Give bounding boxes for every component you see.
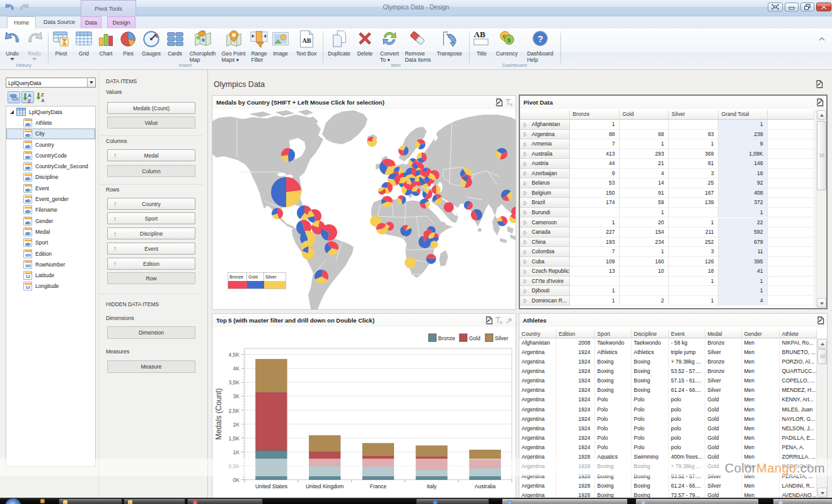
athletes-column-header-medal[interactable]: Medal xyxy=(705,329,742,338)
bar-segment-silver[interactable] xyxy=(255,358,287,392)
tree-root[interactable]: LplQueryData xyxy=(6,106,95,117)
pivot-scrollbar[interactable] xyxy=(816,110,826,308)
pivot-row-header[interactable]: Brazil xyxy=(520,198,570,208)
data-item-measure[interactable]: Measure xyxy=(107,360,195,373)
athletes-column-header-country[interactable]: Country xyxy=(519,329,557,338)
redo-button[interactable]: Redo xyxy=(23,30,45,60)
expand-row-icon[interactable] xyxy=(524,210,527,214)
tree-expand-icon[interactable] xyxy=(9,110,14,115)
bar-segment-bronze[interactable] xyxy=(470,468,501,479)
athletes-column-header-event[interactable]: Event xyxy=(669,329,705,338)
map-pie-slice[interactable] xyxy=(381,182,387,188)
bar-segment-gold[interactable] xyxy=(416,456,448,469)
pivot-row-header[interactable]: China xyxy=(520,238,570,248)
tree-field-filename[interactable]: abFilename xyxy=(6,205,95,215)
taskbar-tray-icon[interactable] xyxy=(40,499,45,503)
bar-segment-gold[interactable] xyxy=(470,460,501,468)
pivot-row-header[interactable]: Cuba xyxy=(520,257,570,267)
tree-field-rownumber[interactable]: 123RowNumber xyxy=(6,259,95,270)
title-button[interactable]: AB Title xyxy=(472,30,491,57)
currency-button[interactable]: €$ Currency xyxy=(492,30,521,57)
map-export-icon[interactable] xyxy=(495,98,503,106)
tree-field-edition[interactable]: 123Edition xyxy=(6,248,95,259)
taskbar-button[interactable] xyxy=(124,498,185,504)
duplicate-button[interactable]: Duplicate xyxy=(323,30,355,57)
tree-field-medal[interactable]: abMedal xyxy=(6,226,95,237)
taskbar-button[interactable] xyxy=(502,498,628,504)
athletes-column-header-sport[interactable]: Sport xyxy=(595,329,632,338)
image-button[interactable]: Image xyxy=(269,30,292,57)
combo-dropdown-icon[interactable] xyxy=(87,78,95,87)
scroll-thumb[interactable] xyxy=(818,349,827,364)
athletes-column-header-gender[interactable]: Gender xyxy=(742,329,780,338)
convert-to-button[interactable]: Convert To ▾ xyxy=(376,30,403,63)
pivot-row-header[interactable]: Colombia xyxy=(520,247,570,257)
expand-row-icon[interactable] xyxy=(524,171,527,175)
expand-row-icon[interactable] xyxy=(524,152,527,156)
bar-segment-silver[interactable] xyxy=(362,443,394,455)
dashboard-help-button[interactable]: ? Dashboard Help xyxy=(523,30,557,63)
data-item-column[interactable]: Column xyxy=(107,165,195,177)
expand-row-icon[interactable] xyxy=(524,270,527,273)
expand-row-icon[interactable] xyxy=(524,201,527,205)
pivot-row-header[interactable]: CГґte d'Ivoire xyxy=(520,277,570,287)
expand-row-icon[interactable] xyxy=(524,181,527,185)
map-pie[interactable] xyxy=(430,241,438,248)
bar-segment-bronze[interactable] xyxy=(416,469,448,479)
bar-segment-gold[interactable] xyxy=(255,392,287,450)
tree-field-event_gender[interactable]: abEvent_gender xyxy=(6,193,95,204)
tree-field-event[interactable]: abEvent xyxy=(6,183,95,193)
collapse-ribbon-icon[interactable] xyxy=(819,37,825,41)
pivot-row-header[interactable]: Afghanistan xyxy=(520,120,570,130)
minimize-button[interactable] xyxy=(785,3,799,11)
sort-az-button[interactable]: AZ xyxy=(21,91,34,103)
taskbar-button[interactable] xyxy=(773,498,832,504)
scroll-up-icon[interactable] xyxy=(817,110,826,120)
taskbar-button[interactable] xyxy=(187,498,263,504)
pivot-column-header[interactable] xyxy=(520,110,570,120)
athletes-table[interactable]: CountryEditionSportDisciplineEventMedalG… xyxy=(519,329,827,498)
scroll-thumb[interactable] xyxy=(817,121,826,190)
tree-field-country[interactable]: abCountry xyxy=(6,139,95,150)
athletes-column-header-edition[interactable]: Edition xyxy=(557,329,595,338)
data-item-sport[interactable]: ↑Sport xyxy=(107,212,195,224)
expand-row-icon[interactable] xyxy=(524,250,527,254)
expand-row-icon[interactable] xyxy=(524,289,527,293)
group-fields-button[interactable] xyxy=(8,91,20,103)
bar-segment-gold[interactable] xyxy=(362,455,394,466)
pivot-row-header[interactable]: Austria xyxy=(520,159,570,169)
bar-segment-silver[interactable] xyxy=(309,435,340,452)
chart-export-icon[interactable] xyxy=(485,316,493,324)
pivot-row-header[interactable]: Australia xyxy=(520,149,570,159)
scroll-down-icon[interactable] xyxy=(818,488,827,497)
scroll-down-icon[interactable] xyxy=(817,298,826,307)
taskbar-button[interactable] xyxy=(416,498,489,504)
taskbar[interactable] xyxy=(0,498,832,504)
bar-segment-silver[interactable] xyxy=(470,450,501,460)
expand-row-icon[interactable] xyxy=(524,240,527,244)
pivot-row-header[interactable]: Cameroon xyxy=(520,218,570,228)
bar-chart[interactable]: 0K0,5K1K1,5K2K2,5K3K3,5K4K4,5KUnited Sta… xyxy=(212,327,516,498)
pivot-button[interactable]: Pivot xyxy=(49,30,73,57)
athletes-column-header-athlete[interactable]: Athlete xyxy=(780,329,817,338)
tree-field-city[interactable]: abCity xyxy=(6,129,95,139)
expand-row-icon[interactable] xyxy=(524,299,527,302)
tree-field-sport[interactable]: abSport xyxy=(6,238,95,248)
pies-button[interactable]: Pies xyxy=(118,30,139,57)
expand-row-icon[interactable] xyxy=(524,142,527,146)
chart-drill-up-icon[interactable] xyxy=(505,316,513,324)
map-pie[interactable] xyxy=(444,202,454,212)
tree-field-countrycode[interactable]: abCountryCode xyxy=(6,150,95,161)
pivot-table[interactable]: BronzeGoldSilverGrand TotalAfghanistan11… xyxy=(520,110,826,308)
delete-button[interactable]: Delete xyxy=(353,30,377,57)
data-item-event[interactable]: ↑Event xyxy=(107,243,195,255)
pivot-row-header[interactable]: Djibouti xyxy=(520,286,570,296)
data-item-medal[interactable]: ↑Medal xyxy=(107,149,195,161)
expand-row-icon[interactable] xyxy=(524,279,527,283)
athletes-export-icon[interactable] xyxy=(817,316,824,324)
data-item-edition[interactable]: ↑Edition xyxy=(107,258,195,270)
pivot-row-header[interactable]: Belarus xyxy=(520,178,570,188)
tab-home[interactable]: Home xyxy=(7,16,36,28)
map-pie[interactable] xyxy=(405,257,416,268)
tree-field-discipline[interactable]: abDiscipline xyxy=(6,172,95,183)
